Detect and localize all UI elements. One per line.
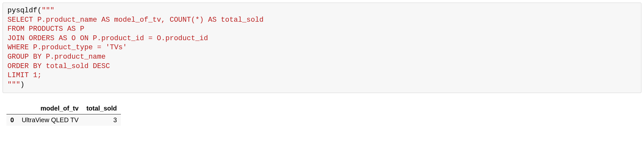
table-header-index bbox=[6, 103, 18, 114]
table-row-index: 0 bbox=[6, 114, 18, 126]
code-line-6: ORDER BY total_sold DESC bbox=[7, 62, 110, 70]
code-call-close: ) bbox=[20, 81, 25, 89]
code-line-4: WHERE P.product_type = 'TVs' bbox=[7, 43, 127, 52]
result-table: model_of_tv total_sold 0 UltraView QLED … bbox=[6, 103, 121, 126]
code-triple-open: """ bbox=[42, 6, 55, 15]
code-line-5: GROUP BY P.product_name bbox=[7, 53, 106, 61]
table-row: 0 UltraView QLED TV 3 bbox=[6, 114, 121, 126]
code-line-1: SELECT P.product_name AS model_of_tv, CO… bbox=[7, 16, 263, 24]
code-line-2: FROM PRODUCTS AS P bbox=[7, 25, 84, 33]
code-call-open: pysqldf( bbox=[7, 6, 42, 15]
table-header-col2: total_sold bbox=[82, 103, 121, 114]
code-line-7: LIMIT 1; bbox=[7, 71, 42, 79]
code-line-3: JOIN ORDERS AS O ON P.product_id = O.pro… bbox=[7, 34, 208, 42]
code-cell: pysqldf(""" SELECT P.product_name AS mod… bbox=[3, 3, 641, 93]
table-cell-total: 3 bbox=[82, 114, 121, 126]
output-area: model_of_tv total_sold 0 UltraView QLED … bbox=[3, 93, 641, 130]
table-cell-model: UltraView QLED TV bbox=[18, 114, 82, 126]
table-header-row: model_of_tv total_sold bbox=[6, 103, 121, 114]
table-header-col1: model_of_tv bbox=[18, 103, 82, 114]
code-triple-close: """ bbox=[7, 81, 20, 89]
